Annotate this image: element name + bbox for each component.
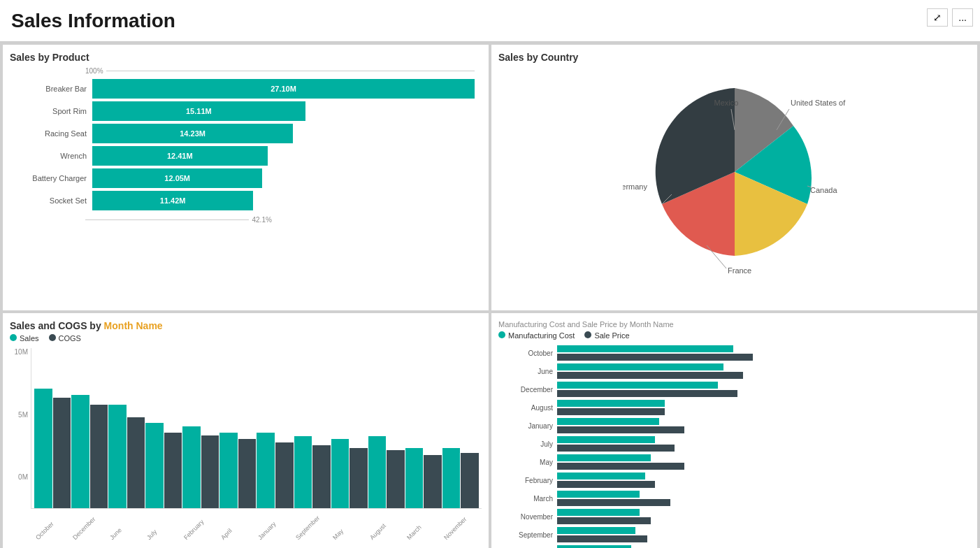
product-bar: 27.10M	[92, 79, 475, 99]
x-label: January	[257, 510, 287, 541]
bar-value: 11.42M	[160, 196, 186, 205]
mfg-bar-group	[557, 345, 970, 361]
mfg-bar-teal	[557, 491, 640, 498]
sales-bar	[331, 439, 350, 508]
mfg-row: September	[498, 527, 970, 542]
mfg-bar-teal	[557, 509, 640, 516]
sales-cogs-panel: Sales and COGS by Month Name Sales COGS …	[3, 313, 489, 548]
mfg-row: January	[498, 418, 970, 433]
cogs-bar	[387, 450, 405, 508]
bar-value: 14.23M	[180, 129, 206, 138]
bar-value: 27.10M	[271, 85, 296, 93]
mfg-row: March	[498, 491, 970, 506]
mfg-month-label: March	[498, 495, 553, 503]
mfg-bar-dark	[557, 372, 743, 379]
product-row: Wrench 12.41M	[17, 146, 475, 166]
sales-bar	[34, 389, 52, 508]
legend-sale: Sale Price	[594, 331, 629, 340]
bar-group	[331, 439, 368, 508]
product-bar: 11.42M	[92, 191, 253, 210]
x-label: November	[442, 510, 473, 541]
x-label: March	[405, 510, 436, 541]
bar-group	[219, 433, 256, 508]
sales-bar	[108, 405, 127, 508]
x-label: July	[145, 510, 176, 541]
cogs-bars-container	[31, 348, 482, 508]
cogs-bar	[312, 445, 331, 508]
bar-group	[257, 433, 293, 508]
svg-text:Mexico: Mexico	[714, 99, 738, 107]
bar-container: 12.05M	[92, 168, 475, 188]
mfg-month-label: October	[498, 349, 553, 357]
legend-cogs: COGS	[59, 334, 81, 342]
more-button[interactable]: ...	[952, 8, 973, 27]
mfg-row: May	[498, 454, 970, 470]
bar-container: 11.42M	[92, 191, 475, 210]
mfg-row: August	[498, 400, 970, 415]
x-label: August	[368, 510, 399, 541]
bar-value: 15.11M	[186, 107, 212, 115]
mfg-month-label: January	[498, 422, 553, 430]
mfg-month-label: September	[498, 531, 553, 539]
product-row: Socket Set 11.42M	[17, 191, 475, 210]
sales-bar	[71, 395, 89, 508]
mfg-bar-teal	[557, 473, 645, 480]
mfg-bars-container: October June December August January Jul…	[498, 345, 970, 548]
mfg-row: November	[498, 509, 970, 524]
mfg-bar-group	[557, 509, 970, 524]
bar-value: 12.05M	[164, 174, 190, 182]
sales-by-product-panel: Sales by Product 100% Breaker Bar 27.10M…	[3, 45, 489, 310]
mfg-row: February	[498, 473, 970, 488]
mfg-month-label: May	[498, 459, 553, 466]
product-row: Sport Rim 15.11M	[17, 101, 475, 121]
mfg-bar-group	[557, 382, 970, 397]
bar-group	[405, 448, 442, 508]
product-bar: 14.23M	[92, 124, 293, 143]
bar-group	[71, 395, 108, 508]
y-5m: 5M	[10, 411, 28, 419]
mfg-bar-teal	[557, 527, 635, 534]
mfg-month-label: December	[498, 386, 553, 394]
bar-group	[34, 389, 71, 508]
mfg-legend: Manufacturing Cost Sale Price	[498, 331, 970, 340]
sales-bar	[294, 436, 312, 508]
cogs-bar	[275, 442, 294, 508]
mfg-bar-teal	[557, 418, 659, 425]
expand-button[interactable]: ⤢	[927, 8, 948, 27]
mfg-bar-dark	[557, 481, 655, 488]
mfg-bar-group	[557, 491, 970, 506]
sales-bar	[257, 433, 275, 508]
product-label: Sport Rim	[17, 107, 87, 115]
x-label: April	[219, 510, 250, 541]
svg-text:France: France	[728, 266, 751, 275]
mfg-month-label: February	[498, 477, 553, 484]
bar-container: 12.41M	[92, 146, 475, 166]
x-label: May	[331, 510, 362, 541]
mfg-month-label: August	[498, 404, 553, 412]
cogs-bar	[350, 448, 368, 508]
sales-by-product-title: Sales by Product	[10, 52, 482, 63]
mfg-bar-group	[557, 400, 970, 415]
mfg-bar-group	[557, 454, 970, 470]
product-label: Racing Seat	[17, 129, 87, 138]
bar-group	[182, 426, 219, 508]
legend-sales: Sales	[20, 334, 39, 342]
cogs-x-labels: OctoberDecemberJuneJulyFebruaryAprilJanu…	[31, 532, 482, 543]
mfg-month-label: November	[498, 513, 553, 521]
mfg-bar-dark	[557, 390, 737, 397]
bar-group	[108, 405, 145, 508]
product-row: Battery Charger 12.05M	[17, 168, 475, 188]
mfg-bar-dark	[557, 426, 684, 433]
product-row: Breaker Bar 27.10M	[17, 79, 475, 99]
cogs-bar	[164, 433, 182, 508]
sales-bar	[182, 426, 201, 508]
mfg-bar-dark	[557, 354, 753, 361]
product-chart: Breaker Bar 27.10M Sport Rim 15.11M Raci…	[10, 79, 482, 210]
mfg-bar-group	[557, 363, 970, 379]
sales-bar	[368, 436, 387, 508]
sales-bar	[405, 448, 424, 508]
sales-bar	[219, 433, 238, 508]
mfg-bar-teal	[557, 400, 665, 407]
mfg-bar-teal	[557, 382, 718, 389]
cogs-bar	[461, 453, 479, 508]
